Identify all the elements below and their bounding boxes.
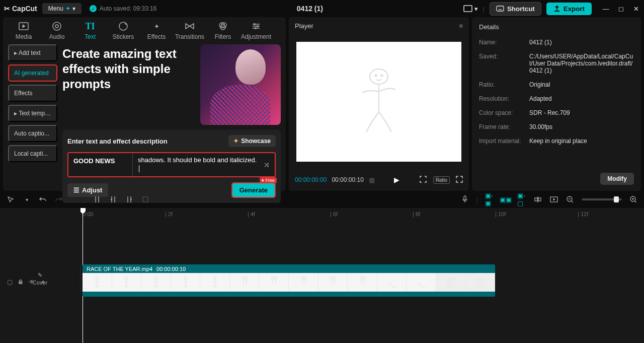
aspect-ratio-dropdown[interactable]: ▾ [463,5,478,13]
tab-audio[interactable]: Audio [42,21,71,40]
svg-line-40 [95,281,97,283]
export-label: Export [564,5,585,13]
scan-icon[interactable] [419,175,427,185]
tab-text[interactable]: TI Text [75,21,105,40]
svg-point-69 [245,277,248,280]
detail-framerate-label: Frame rate: [479,123,529,130]
fullscreen-icon[interactable] [456,176,463,184]
shortcut-button[interactable]: Shortcut [490,2,541,16]
grid-icon[interactable]: ▦ [369,176,375,184]
prompt-title: Enter text and effect description [67,138,168,145]
sidebar-item-add-text[interactable]: ▸ Add text [8,44,57,61]
prompt-effect-input[interactable]: shadows. It should be bold and italicize… [133,153,275,176]
window-controls: — ◻ ✕ [602,5,640,13]
split-icon[interactable] [93,195,102,204]
aspect-icon [463,5,472,12]
svg-point-85 [363,277,366,280]
delete-icon[interactable] [141,195,150,204]
library-tabs: Media Audio TI Text Stickers ✦ Effects T… [3,17,286,44]
chevron-down-icon: ▾ [72,5,75,12]
svg-rect-29 [538,198,541,201]
zoom-slider[interactable] [582,198,622,200]
tab-effects[interactable]: ✦ Effects [142,21,171,40]
app-logo: ✂ CapCut [4,5,37,13]
generate-button[interactable]: Generate [231,182,276,198]
time-duration: 00:00:00:10 [332,176,363,183]
prompt-text-input[interactable]: GOOD NEWS [68,153,133,176]
toggle-mute-icon[interactable]: 🔈︎ [40,279,46,286]
player-menu-icon[interactable]: ≡ [459,22,463,30]
sidebar-item-auto-captions[interactable]: Auto captio... [8,125,57,142]
toggle-lock-icon[interactable]: 🔒︎ [18,279,24,286]
tab-media[interactable]: Media [9,21,38,40]
toggle-collapse-icon[interactable]: ▢ [7,279,13,286]
clip-duration: 00:00:00:10 [156,266,186,272]
svg-point-72 [271,277,274,280]
magnet-on-icon[interactable]: ▣-▣ [485,195,494,204]
svg-point-19 [370,69,388,84]
clip-thumbnails [83,273,495,292]
svg-rect-88 [447,279,449,287]
svg-line-46 [124,281,126,283]
showcase-button[interactable]: ✦ Showcase [228,135,276,147]
detail-name-value: 0412 (1) [529,39,634,46]
tab-transitions[interactable]: Transitions [175,21,204,40]
svg-point-62 [213,277,216,280]
link-icon[interactable]: ▣▣ [501,195,510,204]
svg-line-66 [213,285,215,289]
detail-ratio-value: Original [529,81,634,88]
adjustment-icon [251,21,261,31]
tab-filters[interactable]: Filters [208,21,237,40]
svg-point-8 [55,25,58,28]
align-icon[interactable] [533,195,542,204]
toggle-visible-icon[interactable]: 👁︎ [29,279,35,286]
mic-icon[interactable] [460,195,469,204]
magnet-off-icon[interactable]: ▣-▢ [517,195,526,204]
zoom-in-icon[interactable] [629,195,638,204]
preview-icon[interactable] [549,195,558,204]
split-right-icon[interactable] [125,195,134,204]
tab-label: Filters [215,33,231,40]
menu-button[interactable]: Menu ✦ ▾ [42,3,82,14]
adjust-label: Adjust [82,186,102,194]
chevron-down-icon[interactable]: ▾ [22,195,31,204]
tab-adjustment[interactable]: Adjustment [242,21,271,40]
sidebar-item-text-template[interactable]: ▸ Text template [8,105,57,122]
project-title: 0412 (1) [162,5,458,13]
tab-stickers[interactable]: Stickers [109,21,138,40]
redo-icon[interactable] [54,195,63,204]
close-button[interactable]: ✕ [632,5,640,13]
sidebar-item-local-captions[interactable]: Local capti... [8,145,57,162]
chevron-down-icon: ▾ [474,5,478,13]
app-name: CapCut [12,5,37,13]
svg-line-41 [97,281,100,283]
play-button[interactable]: ▶ [394,176,399,184]
sidebar-item-ai-generated[interactable]: AI generated [8,64,57,82]
video-clip[interactable]: RACE OF THE YEAR.mp4 00:00:00:10 [83,264,495,297]
svg-line-53 [156,281,158,283]
player-canvas[interactable] [289,35,469,169]
detail-import-label: Import material: [479,138,529,145]
export-button[interactable]: Export [546,3,592,15]
zoom-out-icon[interactable] [566,195,575,204]
details-panel: Details Name:0412 (1) Saved:C:/Users/USE… [472,17,641,191]
ruler-mark: | 12f [578,211,588,217]
timeline-tracks[interactable]: 0:00 | 2f | 4f | 6f | 8f | 10f | 12f RAC… [80,208,644,343]
timeline-ruler[interactable]: 0:00 | 2f | 4f | 6f | 8f | 10f | 12f [80,208,644,222]
maximize-button[interactable]: ◻ [617,5,625,13]
sidebar-item-effects[interactable]: Effects [8,85,57,102]
ratio-button[interactable]: Ratio [433,176,450,184]
player-panel: Player ≡ 0 [289,17,469,191]
split-left-icon[interactable] [109,195,118,204]
modify-button[interactable]: Modify [600,173,634,185]
minimize-button[interactable]: — [602,5,610,13]
autosave-label: Auto saved: 09:33:16 [100,5,156,12]
tab-label: Audio [49,33,65,40]
pointer-tool-icon[interactable] [6,195,15,204]
svg-line-48 [124,285,126,289]
undo-icon[interactable] [38,195,47,204]
media-icon [19,21,29,31]
free-badge: ● Free [260,177,277,183]
player-controls: 00:00:00:00 00:00:00:10 ▦ ▶ Ratio [289,169,469,191]
shuffle-icon[interactable]: ⤭ [264,161,270,169]
